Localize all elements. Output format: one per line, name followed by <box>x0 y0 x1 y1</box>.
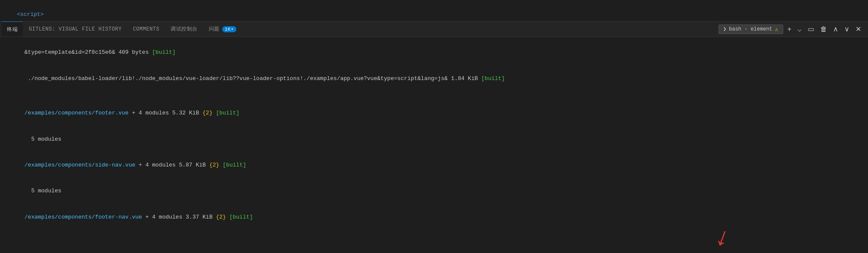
issues-badge: 1K+ <box>222 26 236 32</box>
tab-comments[interactable]: COMMENTS <box>128 22 165 37</box>
expand-button[interactable]: ∨ <box>843 24 851 34</box>
warning-icon: ⚠ <box>775 26 778 33</box>
close-panel-button[interactable]: ✕ <box>854 24 863 34</box>
terminal-content[interactable]: &type=template&id=2f8c15e6& 409 bytes [b… <box>0 37 868 236</box>
tab-issues-label: 问题 <box>209 25 220 33</box>
terminal-title: bash - element <box>729 26 772 32</box>
split-terminal-button[interactable]: ⌵ <box>796 24 803 34</box>
terminal-line-5modules-2: 5 modules <box>4 178 864 204</box>
terminal-line-5modules-3: 5 modules <box>4 230 864 236</box>
terminal-title-box: ❯ bash - element ⚠ <box>719 25 783 34</box>
collapse-button[interactable]: ∧ <box>831 24 840 34</box>
terminal-line-1: &type=template&id=2f8c15e6& 409 bytes [b… <box>4 40 864 65</box>
tab-bar-left: 终端 GITLENS: VISUAL FILE HISTORY COMMENTS… <box>2 22 242 37</box>
terminal-line-2: ./node_modules/babel-loader/lib!./node_m… <box>4 65 864 91</box>
terminal-line-blank <box>4 92 864 100</box>
toggle-panel-button[interactable]: ▭ <box>806 24 816 34</box>
tab-gitlens-label: GITLENS: VISUAL FILE HISTORY <box>29 26 122 32</box>
tab-comments-label: COMMENTS <box>133 26 160 32</box>
terminal-line-5modules-1: 5 modules <box>4 126 864 152</box>
tab-debug-console[interactable]: 调试控制台 <box>165 22 203 37</box>
terminal-line-sidenav: /examples/components/side-nav.vue + 4 mo… <box>4 152 864 178</box>
tab-terminal[interactable]: 终端 <box>2 22 23 37</box>
add-terminal-button[interactable]: + <box>786 25 793 34</box>
tab-gitlens[interactable]: GITLENS: VISUAL FILE HISTORY <box>24 22 127 37</box>
tab-bar: 终端 GITLENS: VISUAL FILE HISTORY COMMENTS… <box>0 22 868 37</box>
terminal-line-footernav: /examples/components/footer-nav.vue + 4 … <box>4 204 864 230</box>
terminal-header-right: ❯ bash - element ⚠ + ⌵ ▭ 🗑 ∧ ∨ ✕ <box>719 24 866 34</box>
prompt-icon: ❯ <box>723 26 726 32</box>
tab-terminal-label: 终端 <box>7 26 18 33</box>
code-preview-area: <script> (function(i, s, o, g, r, a, m) … <box>0 0 868 22</box>
tab-issues[interactable]: 问题 1K+ <box>204 22 242 37</box>
delete-terminal-button[interactable]: 🗑 <box>818 25 829 34</box>
terminal-line-footer: /examples/components/footer.vue + 4 modu… <box>4 100 864 126</box>
tab-debug-label: 调试控制台 <box>170 25 198 33</box>
